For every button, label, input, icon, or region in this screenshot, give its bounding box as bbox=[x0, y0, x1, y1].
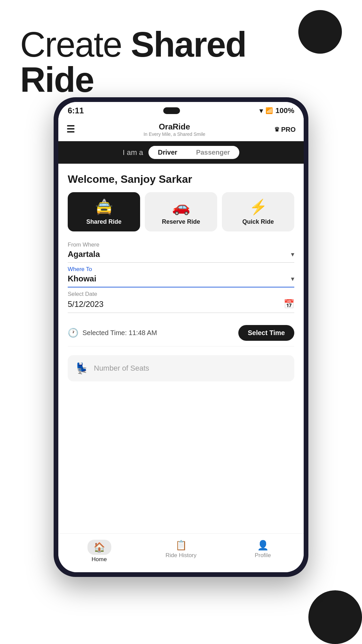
shared-ride-card[interactable]: 🚖 Shared Ride bbox=[68, 192, 140, 231]
quick-ride-card[interactable]: ⚡ Quick Ride bbox=[222, 192, 294, 231]
seat-icon: 💺 bbox=[75, 362, 88, 375]
wifi-icon: ▾ bbox=[259, 107, 263, 115]
pro-badge[interactable]: ♛ PRO bbox=[274, 126, 296, 133]
bottom-nav: 🏠 Home 📋 Ride History 👤 Profile bbox=[58, 533, 304, 572]
status-icons: ▾ 📶 100% bbox=[259, 106, 294, 115]
ride-history-label: Ride History bbox=[166, 552, 197, 559]
form-section: From Where Agartala ▾ Where To Khowai ▾ bbox=[68, 238, 294, 313]
shared-ride-icon: 🚖 bbox=[95, 200, 113, 214]
profile-label: Profile bbox=[255, 552, 271, 559]
nav-home[interactable]: 🏠 Home bbox=[58, 537, 140, 566]
home-label: Home bbox=[92, 556, 107, 563]
status-bar: 6:11 ▾ 📶 100% bbox=[58, 102, 304, 118]
ride-history-icon: 📋 bbox=[175, 540, 187, 551]
welcome-text: Welcome, Sanjoy Sarkar bbox=[68, 173, 294, 185]
page-title: Create Shared Ride bbox=[20, 27, 295, 97]
time-left: 🕐 Selected Time: 11:48 AM bbox=[68, 328, 157, 338]
top-decoration bbox=[298, 10, 342, 54]
calendar-icon: 📅 bbox=[284, 299, 294, 309]
to-row: Khowai ▾ bbox=[68, 274, 294, 283]
hamburger-menu[interactable]: ☰ bbox=[66, 125, 75, 134]
seats-placeholder: Number of Seats bbox=[94, 364, 149, 373]
app-tagline: In Every Mile, a Shared Smile bbox=[143, 131, 205, 137]
date-row: 5/12/2023 📅 bbox=[68, 299, 294, 309]
from-field[interactable]: From Where Agartala ▾ bbox=[68, 238, 294, 263]
from-value: Agartala bbox=[68, 250, 100, 259]
from-row: Agartala ▾ bbox=[68, 250, 294, 259]
bottom-decoration bbox=[308, 590, 362, 644]
from-label: From Where bbox=[68, 241, 294, 248]
date-value: 5/12/2023 bbox=[68, 300, 104, 309]
app-header: ☰ OraRide In Every Mile, a Shared Smile … bbox=[58, 118, 304, 141]
clock-icon: 🕐 bbox=[68, 328, 78, 338]
to-dropdown-icon: ▾ bbox=[291, 275, 294, 283]
from-dropdown-icon: ▾ bbox=[291, 250, 294, 258]
role-toggle: Driver Passenger bbox=[148, 146, 239, 159]
nav-profile[interactable]: 👤 Profile bbox=[222, 537, 304, 566]
reserve-ride-card[interactable]: 🚗 Reserve Ride bbox=[145, 192, 217, 231]
main-content: Welcome, Sanjoy Sarkar 🚖 Shared Ride 🚗 R… bbox=[58, 164, 304, 533]
to-label: Where To bbox=[68, 266, 294, 273]
selected-time-text: Selected Time: 11:48 AM bbox=[82, 329, 157, 337]
status-time: 6:11 bbox=[68, 106, 84, 115]
to-field[interactable]: Where To Khowai ▾ bbox=[68, 263, 294, 287]
shared-ride-label: Shared Ride bbox=[86, 218, 121, 225]
home-icon-bg: 🏠 bbox=[87, 540, 111, 555]
to-value: Khowai bbox=[68, 274, 96, 283]
driver-button[interactable]: Driver bbox=[148, 146, 187, 159]
ride-types: 🚖 Shared Ride 🚗 Reserve Ride ⚡ Quick Rid… bbox=[68, 192, 294, 231]
pro-label: PRO bbox=[281, 126, 296, 133]
role-prefix: I am a bbox=[123, 148, 143, 157]
time-selector: 🕐 Selected Time: 11:48 AM Select Time bbox=[68, 320, 294, 346]
select-time-button[interactable]: Select Time bbox=[238, 325, 294, 341]
camera-notch bbox=[163, 107, 180, 114]
quick-ride-icon: ⚡ bbox=[249, 200, 267, 214]
crown-icon: ♛ bbox=[274, 126, 280, 133]
phone-screen: 6:11 ▾ 📶 100% ☰ OraRide In Every Mile, a… bbox=[58, 102, 304, 572]
date-label: Select Date bbox=[68, 291, 294, 298]
reserve-ride-label: Reserve Ride bbox=[162, 218, 200, 225]
date-field[interactable]: Select Date 5/12/2023 📅 bbox=[68, 287, 294, 313]
reserve-ride-icon: 🚗 bbox=[172, 200, 190, 214]
seats-field[interactable]: 💺 Number of Seats bbox=[68, 355, 294, 381]
app-title-block: OraRide In Every Mile, a Shared Smile bbox=[143, 122, 205, 137]
quick-ride-label: Quick Ride bbox=[242, 218, 274, 225]
battery-indicator: 100% bbox=[276, 106, 294, 115]
home-icon: 🏠 bbox=[94, 542, 105, 553]
role-selector: I am a Driver Passenger bbox=[58, 141, 304, 164]
title-light: Create bbox=[20, 25, 131, 64]
passenger-button[interactable]: Passenger bbox=[187, 146, 239, 159]
profile-icon: 👤 bbox=[257, 540, 269, 551]
signal-icon: 📶 bbox=[265, 107, 273, 114]
nav-ride-history[interactable]: 📋 Ride History bbox=[140, 537, 222, 566]
phone-frame: 6:11 ▾ 📶 100% ☰ OraRide In Every Mile, a… bbox=[54, 97, 308, 577]
app-name: OraRide bbox=[143, 122, 205, 131]
